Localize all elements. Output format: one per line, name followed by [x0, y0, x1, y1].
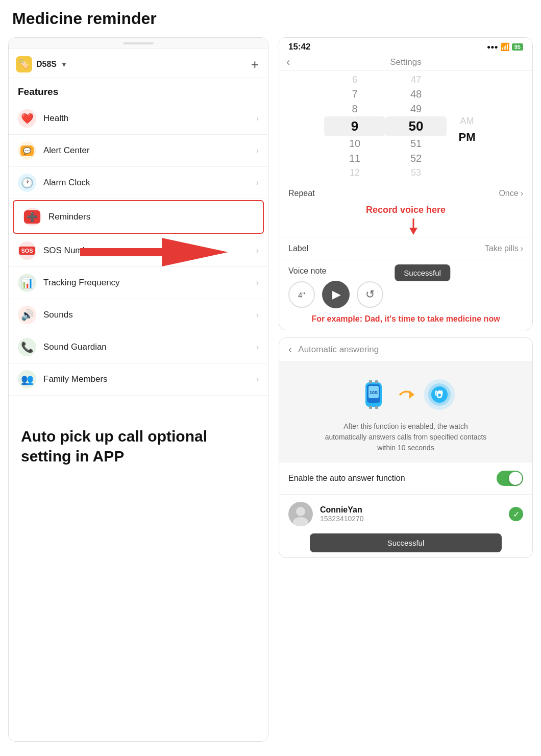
hour-7: 7 [324, 87, 385, 102]
play-icon: ▶ [332, 288, 341, 301]
avatar-svg [288, 502, 313, 526]
main-layout: 🏷️ D58S ▼ + Features ❤️Health›💬Alert Cen… [0, 33, 541, 756]
menu-item-alert[interactable]: 💬Alert Center› [9, 135, 268, 167]
svg-rect-7 [369, 380, 372, 383]
settings-title: Settings [390, 57, 421, 67]
page-title: Medicine reminder [0, 0, 541, 33]
replay-button[interactable]: ↺ [357, 281, 383, 308]
left-panel: 🏷️ D58S ▼ + Features ❤️Health›💬Alert Cen… [8, 37, 268, 742]
menu-item-sounds[interactable]: 🔊Sounds› [9, 299, 268, 331]
health-label: Health [43, 113, 256, 124]
pm-option-selected[interactable]: PM [459, 129, 476, 146]
auto-answer-toggle[interactable] [497, 471, 523, 486]
family-label: Family Members [43, 374, 256, 384]
svg-point-15 [438, 394, 441, 397]
hour-8: 8 [324, 102, 385, 116]
family-chevron: › [256, 375, 259, 384]
phone-screen-bottom: ‹ Automatic answering 10S [279, 337, 533, 558]
alert-label: Alert Center [43, 145, 256, 156]
toggle-row: Enable the auto answer function [279, 462, 532, 495]
sounds-label: Sounds [43, 310, 256, 320]
auto-answer-nav: ‹ Automatic answering [279, 338, 532, 362]
back-button-bottom[interactable]: ‹ [288, 343, 292, 356]
sos-chevron: › [256, 246, 259, 255]
min-49: 49 [385, 102, 447, 116]
voice-note-section: Voice note Successful 4'' ▶ ↺ For exampl… [279, 260, 532, 330]
example-text: For example: Dad, it's time to take medi… [288, 312, 523, 324]
forward-arrow-icon [397, 384, 417, 405]
label-field-label: Label [288, 244, 308, 253]
health-chevron: › [256, 114, 259, 123]
illustration-description: After this function is enabled, the watc… [324, 421, 487, 453]
min-47: 47 [385, 73, 447, 87]
sounds-icon: 🔊 [18, 306, 36, 324]
duration-badge: 4'' [288, 281, 315, 308]
menu-item-health[interactable]: ❤️Health› [9, 103, 268, 135]
health-icon: ❤️ [18, 109, 36, 128]
svg-point-17 [296, 507, 305, 516]
play-button[interactable]: ▶ [322, 281, 350, 308]
svg-marker-2 [409, 228, 417, 235]
device-icon: 🏷️ [16, 56, 32, 72]
contact-name: ConnieYan [320, 505, 509, 515]
tracking-icon: 📊 [18, 274, 36, 292]
ampm-column: AM PM [447, 107, 487, 146]
device-label[interactable]: 🏷️ D58S ▼ [16, 56, 67, 72]
illustration-area: 10S [279, 362, 532, 462]
alarm-label: Alarm Clock [43, 178, 256, 188]
add-button[interactable]: + [251, 57, 259, 72]
min-48: 48 [385, 87, 447, 102]
menu-item-sound_guardian[interactable]: 📞Sound Guardian› [9, 331, 268, 363]
alarm-chevron: › [256, 178, 259, 187]
svg-rect-8 [375, 380, 378, 383]
contact-row: ConnieYan 15323410270 ✓ [279, 495, 532, 533]
status-time: 15:42 [288, 42, 310, 52]
chevron-right-icon: › [521, 189, 523, 198]
hour-12: 12 [324, 166, 385, 180]
toggle-knob [509, 472, 522, 485]
chevron-down-icon: ▼ [61, 61, 67, 68]
record-voice-annotation: Record voice here [279, 205, 532, 215]
signal-icon: ●●● [487, 43, 498, 51]
min-53: 53 [385, 166, 447, 180]
sos-label: SOS Numbers [43, 246, 256, 256]
toast-bottom: Successful [310, 533, 502, 552]
phone-nav-bar-top: ‹ Settings [279, 54, 532, 71]
toast-record: Successful [395, 264, 450, 281]
chevron-right-label-icon: › [521, 244, 523, 253]
label-row[interactable]: Label Take pills › [279, 237, 532, 260]
toggle-label: Enable the auto answer function [288, 474, 405, 483]
min-50-selected[interactable]: 50 [385, 116, 447, 136]
alert-icon: 💬 [18, 141, 36, 160]
repeat-row[interactable]: Repeat Once › [279, 182, 532, 205]
am-option[interactable]: AM [460, 114, 474, 129]
sound_guardian-chevron: › [256, 343, 259, 352]
label-field-value: Take pills › [485, 244, 523, 253]
device-name: D58S [36, 60, 57, 69]
menu-item-sos[interactable]: SOSSOS Numbers› [9, 235, 268, 267]
sounds-chevron: › [256, 310, 259, 320]
sound_guardian-icon: 📞 [18, 338, 36, 356]
illustration-icons: 10S [355, 376, 456, 413]
contact-info: ConnieYan 15323410270 [320, 505, 509, 523]
left-panel-header: 🏷️ D58S ▼ + [9, 49, 268, 78]
right-panel: 15:42 ●●● 📶 95 ‹ Settings 6 7 8 9 [279, 37, 533, 558]
battery-badge: 95 [512, 43, 523, 51]
hour-6: 6 [324, 73, 385, 87]
back-button-top[interactable]: ‹ [286, 56, 290, 69]
min-51: 51 [385, 136, 447, 151]
hour-9-selected[interactable]: 9 [324, 116, 385, 136]
phone-ringing-icon [423, 378, 456, 411]
features-title: Features [9, 86, 268, 103]
contact-phone: 15323410270 [320, 515, 509, 523]
menu-item-tracking[interactable]: 📊Tracking Frequency› [9, 267, 268, 299]
menu-item-family[interactable]: 👥Family Members› [9, 363, 268, 396]
min-52: 52 [385, 151, 447, 166]
status-bar: 15:42 ●●● 📶 95 [279, 38, 532, 54]
record-voice-arrow [279, 215, 532, 237]
contact-avatar [288, 502, 313, 526]
auto-answer-title: Automatic answering [298, 345, 379, 355]
menu-item-alarm[interactable]: 🕐Alarm Clock› [9, 167, 268, 199]
menu-item-reminders[interactable]: ➕Reminders [13, 200, 264, 234]
sound_guardian-label: Sound Guardian [43, 342, 256, 352]
